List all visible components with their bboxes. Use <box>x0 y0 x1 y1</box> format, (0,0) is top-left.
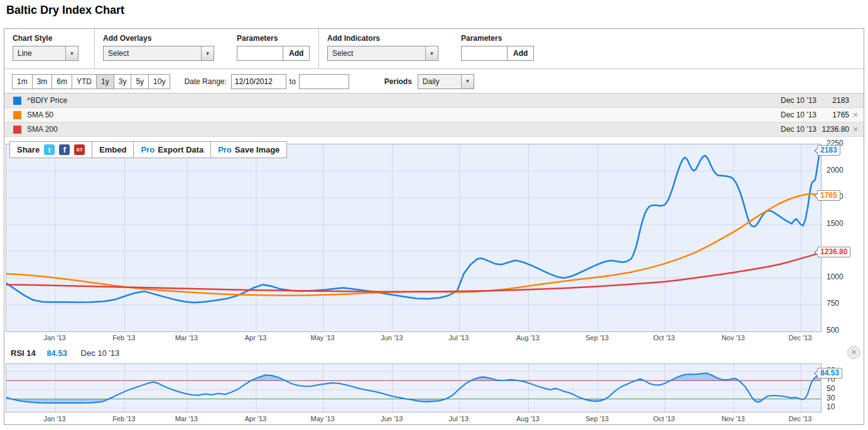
x-axis-label: Mar '13 <box>166 415 207 422</box>
facebook-icon[interactable]: f <box>59 144 70 155</box>
remove-series-button[interactable]: ✕ <box>851 126 860 134</box>
x-axis-label: Aug '13 <box>508 334 548 341</box>
price-chart-plot[interactable] <box>6 144 822 332</box>
range-button-3m[interactable]: 3m <box>32 74 53 89</box>
indicator-parameters-label: Parameters <box>461 34 535 43</box>
series-color-swatch <box>13 126 21 134</box>
x-axis-label: Apr '13 <box>236 415 276 422</box>
chart-toolbar: Chart Style Line ▼ Add Overlays Select ▼… <box>4 29 864 69</box>
date-from-input[interactable] <box>231 74 286 89</box>
x-axis-label: Nov '13 <box>713 415 753 422</box>
indicator-add-button[interactable]: Add <box>507 46 534 61</box>
range-button-6m[interactable]: 6m <box>52 74 72 89</box>
date-to-input[interactable] <box>299 74 349 89</box>
add-indicators-select[interactable]: Select ▼ <box>327 46 438 61</box>
legend-row-1: ^BDIY PriceDec 10 '132183 <box>4 94 864 108</box>
x-axis-label: Sep '13 <box>577 334 617 341</box>
overlay-parameters-group: Parameters Add <box>229 29 318 68</box>
rsi-overbought-fill <box>6 374 821 404</box>
x-axis-label: Feb '13 <box>104 415 144 422</box>
series-line--bdiy-price <box>6 151 821 303</box>
share-label: Share <box>17 145 40 154</box>
add-overlays-select[interactable]: Select ▼ <box>103 46 214 61</box>
last-value-callout--bdiy-price: 2183 <box>817 145 840 156</box>
rsi-value: 84.53 <box>46 348 67 358</box>
last-value-callout-sma-50: 1765 <box>817 190 840 201</box>
periods-label: Periods <box>384 77 412 86</box>
embed-button[interactable]: Embed <box>92 141 134 158</box>
y-axis-label: 750 <box>827 299 839 308</box>
indicator-parameters-group: Parameters Add <box>453 29 543 68</box>
rsi-chart-canvas <box>6 364 821 412</box>
series-name: ^BDIY Price <box>27 96 67 105</box>
add-indicators-value: Select <box>328 49 425 58</box>
chart-style-select[interactable]: Line ▼ <box>13 46 79 61</box>
series-color-swatch <box>13 97 21 105</box>
y-axis-label: 50 <box>827 384 835 393</box>
add-overlays-group: Add Overlays Select ▼ <box>95 29 229 68</box>
save-image-label: Save Image <box>235 145 280 154</box>
y-axis-label: 1000 <box>827 272 844 281</box>
embed-label: Embed <box>99 145 126 154</box>
range-button-3y[interactable]: 3y <box>114 74 132 89</box>
x-axis-label: Oct '13 <box>644 415 684 422</box>
chart-widget: Chart Style Line ▼ Add Overlays Select ▼… <box>4 28 864 425</box>
share-bar: Share t f ST Embed Pro Export Data Pro S… <box>10 141 287 158</box>
add-indicators-label: Add Indicators <box>327 34 445 43</box>
share-button[interactable]: Share t f ST <box>9 141 92 158</box>
range-toolbar: 1m3m6mYTD1y3y5y10y Date Range: to Period… <box>4 70 864 94</box>
twitter-icon[interactable]: t <box>44 144 55 155</box>
chevron-down-icon: ▼ <box>461 75 474 89</box>
periods-value: Daily <box>418 77 461 86</box>
x-axis-label: May '13 <box>303 334 343 341</box>
series-last-value: 1236.80 <box>799 125 849 134</box>
series-line-sma-200 <box>6 253 821 292</box>
y-axis-label: 10 <box>827 402 835 411</box>
series-last-value: 2183 <box>799 96 849 105</box>
price-chart-canvas <box>6 144 821 331</box>
series-color-swatch <box>13 111 21 119</box>
range-button-1m[interactable]: 1m <box>12 74 33 89</box>
y-axis-label: 1500 <box>827 219 844 228</box>
x-axis-label: Apr '13 <box>236 334 276 341</box>
range-button-ytd[interactable]: YTD <box>72 74 97 89</box>
save-image-button[interactable]: Pro Save Image <box>210 141 287 158</box>
overlay-parameters-input[interactable] <box>237 46 283 61</box>
x-axis-label: Aug '13 <box>508 415 548 422</box>
x-axis-label: Dec '13 <box>780 334 820 341</box>
overlay-add-button[interactable]: Add <box>283 46 310 61</box>
date-range-label: Date Range: <box>184 77 226 86</box>
pro-badge: Pro <box>218 145 232 154</box>
export-data-button[interactable]: Pro Export Data <box>133 141 211 158</box>
range-button-5y[interactable]: 5y <box>131 74 149 89</box>
rsi-chart-plot[interactable] <box>6 363 822 412</box>
x-axis-label: Jan '13 <box>35 334 75 341</box>
series-name: SMA 200 <box>27 125 58 134</box>
range-button-10y[interactable]: 10y <box>148 74 170 89</box>
chevron-down-icon: ▼ <box>425 46 438 60</box>
add-indicators-group: Add Indicators Select ▼ <box>319 29 453 68</box>
overlay-parameters-label: Parameters <box>237 34 311 43</box>
rsi-close-button[interactable]: ✕ <box>847 346 860 359</box>
periods-select[interactable]: Daily ▼ <box>418 74 474 89</box>
x-axis-label: Nov '13 <box>713 334 753 341</box>
add-overlays-value: Select <box>104 49 201 58</box>
stocktwits-icon[interactable]: ST <box>74 144 85 155</box>
pro-badge: Pro <box>141 145 155 154</box>
remove-series-button[interactable]: ✕ <box>851 111 860 119</box>
x-axis-label: Jun '13 <box>372 334 412 341</box>
x-axis-label: Dec '13 <box>780 415 820 422</box>
last-value-callout-sma-200: 1236.80 <box>817 247 850 257</box>
range-button-1y[interactable]: 1y <box>96 74 114 89</box>
series-line-sma-50 <box>6 194 821 296</box>
x-axis-label: May '13 <box>303 415 343 422</box>
series-last-value: 1765 <box>799 110 849 119</box>
y-axis-label: 2000 <box>827 166 844 175</box>
x-axis-label: Oct '13 <box>644 334 684 341</box>
legend-row-2: SMA 50Dec 10 '131765✕ <box>4 108 864 122</box>
indicator-parameters-input[interactable] <box>461 46 507 61</box>
x-axis-label: Mar '13 <box>166 334 207 341</box>
x-axis-label: Sep '13 <box>577 415 617 422</box>
legend-row-3: SMA 200Dec 10 '131236.80✕ <box>4 122 864 137</box>
rsi-label: RSI 14 <box>11 348 36 358</box>
